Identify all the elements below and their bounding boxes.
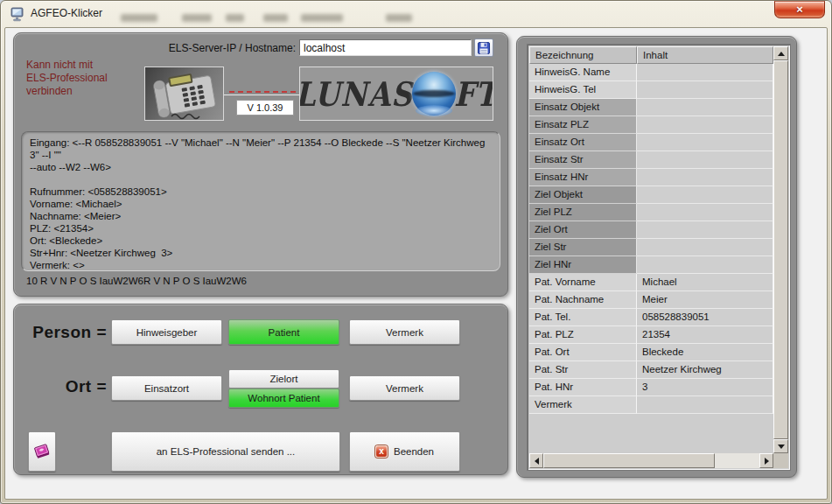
table-row[interactable]: Ziel PLZ	[529, 204, 773, 221]
scroll-left-button[interactable]	[529, 453, 543, 468]
row-value	[637, 99, 773, 116]
row-label: Einsatz Ort	[529, 134, 637, 151]
parser-status-line: 10 R V N P O S IauW2W6R V N P O S IauW2W…	[26, 276, 247, 286]
row-label: Pat. Ort	[529, 344, 637, 361]
call-log: Eingang: <--R 058528839051 --V "Michael"…	[21, 131, 500, 271]
row-value	[637, 64, 773, 81]
row-label: Vermerk	[529, 396, 637, 414]
table-row[interactable]: Ziel HNr	[529, 256, 773, 274]
book-icon	[32, 442, 52, 461]
row-value: Neetzer Kirchweg	[637, 361, 773, 379]
help-book-button[interactable]	[28, 431, 56, 472]
row-value: 3	[637, 379, 773, 396]
connection-status-text: Kann nicht mit ELS-Professional verbinde…	[26, 59, 149, 98]
table-row[interactable]: Pat. HNr3	[529, 379, 773, 396]
connection-panel: ELS-Server-IP / Hostname: Kann nicht mit…	[13, 32, 508, 297]
blurred-menu-ghost	[386, 14, 412, 22]
row-value	[637, 169, 773, 186]
table-row[interactable]: Einsatz Ort	[529, 134, 773, 151]
row-value	[637, 151, 773, 169]
table-row[interactable]: Ziel Objekt	[529, 186, 773, 204]
send-button[interactable]: an ELS-Professional senden ...	[111, 431, 340, 472]
close-icon: ×	[796, 3, 803, 16]
hinweisgeber-button[interactable]: Hinweisgeber	[111, 319, 222, 345]
row-value	[637, 204, 773, 221]
table-row[interactable]: HinweisG. Tel	[529, 81, 773, 99]
table-row[interactable]: Pat. Tel.058528839051	[529, 309, 773, 326]
person-label: Person =	[14, 323, 107, 342]
table-row[interactable]: Vermerk	[529, 396, 773, 414]
logo-text-right: FT	[454, 74, 493, 114]
row-label: Ziel HNr	[529, 256, 637, 274]
row-label: Ziel PLZ	[529, 204, 637, 221]
dashed-connection-line	[229, 91, 296, 93]
table-row[interactable]: Pat. StrNeetzer Kirchweg	[529, 361, 773, 379]
scroll-right-button[interactable]	[759, 453, 773, 468]
row-value	[637, 134, 773, 151]
row-label: Ziel Str	[529, 239, 637, 256]
patient-button[interactable]: Patient	[228, 319, 339, 345]
horizontal-scrollbar[interactable]	[529, 453, 773, 468]
table-row[interactable]: HinweisG. Name	[529, 64, 773, 81]
mapping-panel: Person = Hinweisgeber Patient Vermerk Or…	[13, 304, 508, 475]
column-header-bezeichnung[interactable]: Bezeichnung	[529, 46, 637, 64]
row-value	[637, 116, 773, 134]
table-row[interactable]: Ziel Ort	[529, 221, 773, 239]
table-panel: Bezeichnung Inhalt HinweisG. NameHinweis…	[516, 36, 797, 478]
table-row[interactable]: Einsatz Str	[529, 151, 773, 169]
row-label: HinweisG. Tel	[529, 81, 637, 99]
row-label: Pat. PLZ	[529, 326, 637, 344]
table-row[interactable]: Einsatz Objekt	[529, 99, 773, 116]
row-value	[637, 186, 773, 204]
blurred-menu-ghost	[263, 14, 288, 22]
blurred-menu-ghost	[301, 14, 343, 22]
zielort-button[interactable]: Zielort	[228, 369, 339, 388]
blurred-menu-ghost	[226, 14, 244, 22]
row-label: Pat. Str	[529, 361, 637, 379]
scrollbar-corner	[773, 453, 788, 468]
connection-line	[224, 94, 301, 95]
row-label: Einsatz Str	[529, 151, 637, 169]
row-value: 21354	[637, 326, 773, 344]
table-row[interactable]: Pat. PLZ21354	[529, 326, 773, 344]
table-row[interactable]: Einsatz PLZ	[529, 116, 773, 134]
table-row[interactable]: Pat. NachnameMeier	[529, 291, 773, 309]
version-badge: V 1.0.39	[236, 100, 294, 116]
table-row[interactable]: Einsatz HNr	[529, 169, 773, 186]
einsatzort-button[interactable]: Einsatzort	[111, 375, 222, 401]
window-title: AGFEO-Klicker	[31, 7, 102, 19]
lunasoft-logo: LUNAS FT	[299, 66, 493, 121]
close-button[interactable]: ×	[774, 1, 825, 18]
table-row[interactable]: Ziel Str	[529, 239, 773, 256]
row-value: Michael	[637, 274, 773, 291]
row-value	[637, 396, 773, 414]
scroll-down-button[interactable]	[773, 439, 788, 453]
row-label: HinweisG. Name	[529, 64, 637, 81]
vertical-scrollbar-thumb[interactable]	[773, 60, 788, 439]
person-vermerk-button[interactable]: Vermerk	[349, 319, 460, 345]
table-row[interactable]: Pat. OrtBleckede	[529, 344, 773, 361]
close-x-icon: x	[375, 445, 388, 458]
save-hostname-button[interactable]	[474, 38, 493, 57]
row-value: Bleckede	[637, 344, 773, 361]
hostname-label: ELS-Server-IP / Hostname:	[66, 42, 296, 54]
scroll-up-button[interactable]	[773, 46, 788, 60]
ort-vermerk-button[interactable]: Vermerk	[349, 375, 460, 401]
wohnort-patient-button[interactable]: Wohnort Patient	[228, 388, 339, 408]
row-label: Einsatz PLZ	[529, 116, 637, 134]
table-row[interactable]: Pat. VornameMichael	[529, 274, 773, 291]
table-header[interactable]: Bezeichnung Inhalt	[529, 46, 773, 64]
row-label: Pat. Vorname	[529, 274, 637, 291]
row-value	[637, 81, 773, 99]
quit-button-label: Beenden	[394, 446, 434, 457]
ort-label: Ort =	[14, 377, 107, 396]
hostname-input[interactable]	[299, 39, 472, 56]
row-label: Ziel Ort	[529, 221, 637, 239]
horizontal-scrollbar-thumb[interactable]	[543, 453, 715, 468]
row-label: Ziel Objekt	[529, 186, 637, 204]
column-header-inhalt[interactable]: Inhalt	[637, 46, 773, 64]
vertical-scrollbar[interactable]	[773, 46, 788, 453]
row-label: Einsatz HNr	[529, 169, 637, 186]
quit-button[interactable]: x Beenden	[349, 431, 460, 472]
title-bar[interactable]: AGFEO-Klicker ×	[1, 1, 831, 27]
